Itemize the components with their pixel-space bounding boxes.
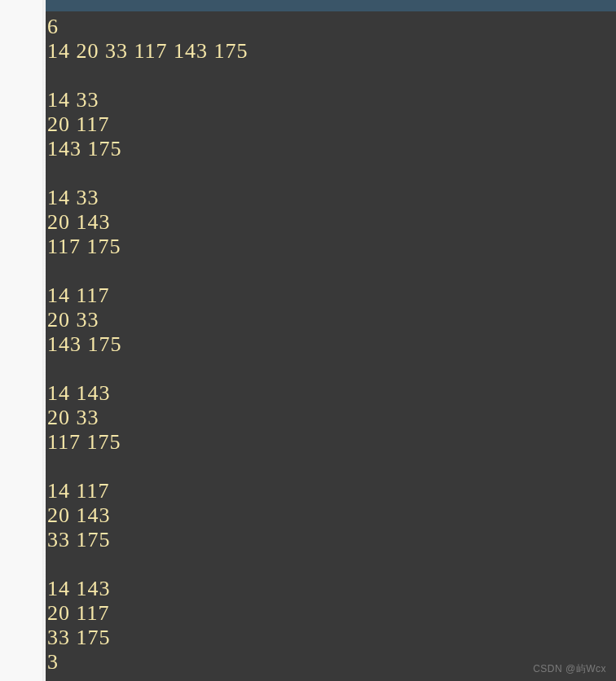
console-title-bar[interactable] [46, 0, 616, 11]
editor-gutter [0, 0, 46, 681]
watermark: CSDN @屿Wcx [533, 662, 606, 676]
console-panel: 6 14 20 33 117 143 175 14 33 20 117 143 … [46, 0, 616, 681]
console-output: 6 14 20 33 117 143 175 14 33 20 117 143 … [46, 11, 616, 674]
